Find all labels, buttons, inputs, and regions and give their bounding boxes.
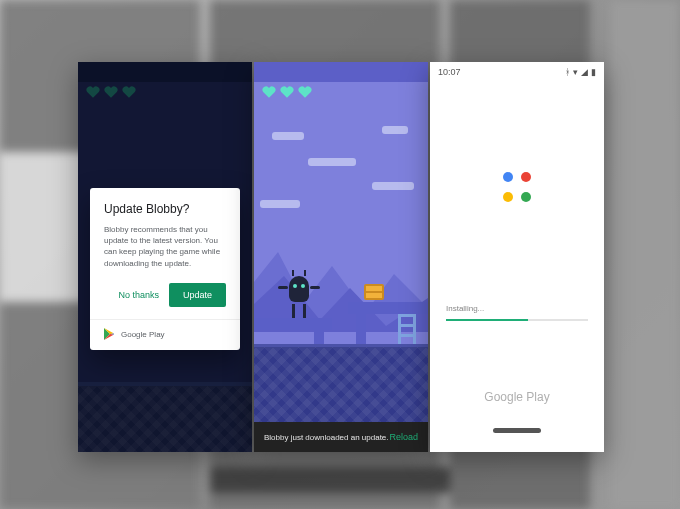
- cloud: [260, 200, 300, 208]
- dot-blue: [503, 172, 513, 182]
- phone-gameplay-snackbar: Blobby just downloaded an update. Reload: [254, 62, 428, 452]
- snackbar: Blobby just downloaded an update. Reload: [254, 422, 428, 452]
- lives-hearts: [262, 86, 312, 98]
- treasure-chest: [364, 284, 384, 300]
- status-time: 10:07: [438, 67, 461, 77]
- dot-red: [521, 172, 531, 182]
- progress-bar: [446, 319, 588, 321]
- game-floor: [254, 344, 428, 422]
- status-icons: ᚼ ▾ ◢ ▮: [565, 68, 596, 77]
- phone-update-prompt: Update Blobby? Blobby recommends that yo…: [78, 62, 252, 452]
- update-dialog: Update Blobby? Blobby recommends that yo…: [90, 188, 240, 350]
- google-play-label: Google Play: [121, 330, 165, 339]
- dot-yellow: [503, 192, 513, 202]
- dot-green: [521, 192, 531, 202]
- signal-icon: ◢: [581, 68, 588, 77]
- heart-icon: [262, 86, 276, 98]
- cloud: [382, 126, 408, 134]
- cloud: [308, 158, 356, 166]
- stage: Update Blobby? Blobby recommends that yo…: [0, 0, 680, 509]
- platform: [254, 318, 332, 330]
- bluetooth-icon: ᚼ: [565, 68, 570, 77]
- cloud: [272, 132, 304, 140]
- dialog-actions: No thanks Update: [104, 283, 226, 307]
- google-loading-dots: [499, 172, 535, 208]
- installing-label: Installing...: [446, 304, 588, 313]
- snackbar-message: Blobby just downloaded an update.: [264, 433, 389, 442]
- install-progress: Installing...: [446, 304, 588, 321]
- battery-icon: ▮: [591, 68, 596, 77]
- google-play-attribution: Google Play: [90, 319, 240, 350]
- status-bar: 10:07 ᚼ ▾ ◢ ▮: [430, 62, 604, 82]
- blobby-character: [282, 276, 316, 318]
- heart-icon: [298, 86, 312, 98]
- progress-bar-fill: [446, 319, 528, 321]
- heart-icon: [280, 86, 294, 98]
- platform: [348, 302, 428, 314]
- wifi-icon: ▾: [573, 68, 578, 77]
- phone-row: Update Blobby? Blobby recommends that yo…: [78, 62, 604, 452]
- reload-button[interactable]: Reload: [389, 432, 418, 442]
- home-pill[interactable]: [493, 428, 541, 433]
- system-nav-bar[interactable]: [430, 428, 604, 446]
- cloud: [372, 182, 414, 190]
- update-button[interactable]: Update: [169, 283, 226, 307]
- no-thanks-button[interactable]: No thanks: [116, 286, 161, 304]
- status-bar: [254, 62, 428, 82]
- google-play-icon: [104, 328, 115, 342]
- dialog-title: Update Blobby?: [104, 202, 226, 216]
- dialog-body: Blobby recommends that you update to the…: [104, 224, 226, 269]
- google-play-label: Google Play: [430, 390, 604, 404]
- phone-installing: 10:07 ᚼ ▾ ◢ ▮ Installing...: [430, 62, 604, 452]
